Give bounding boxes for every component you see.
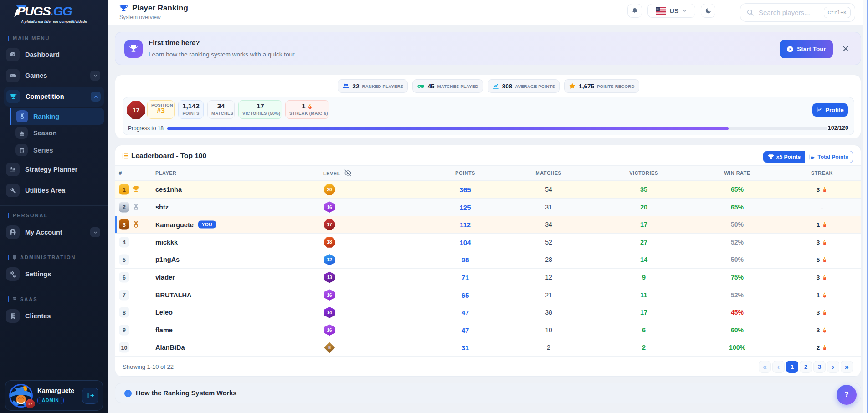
- svg-text:PUGS.GG: PUGS.GG: [17, 5, 72, 18]
